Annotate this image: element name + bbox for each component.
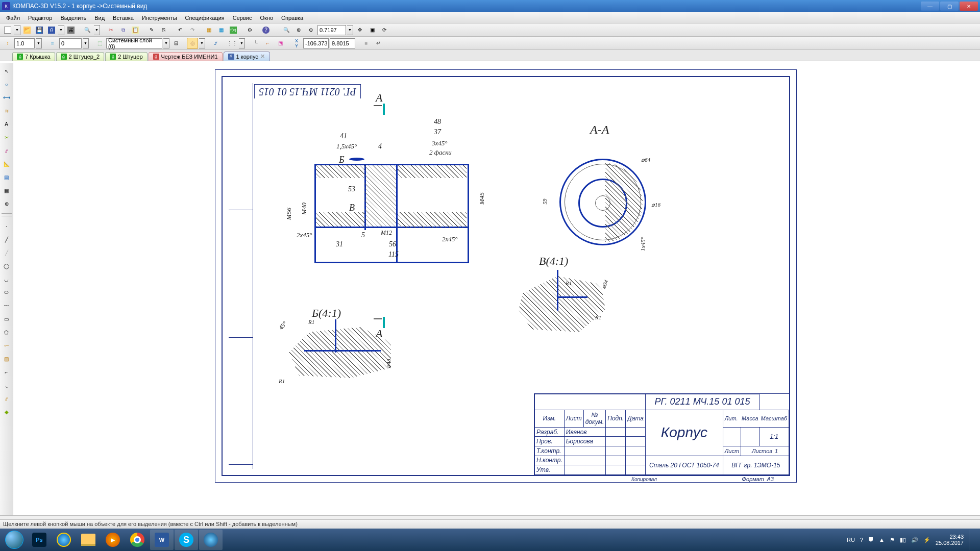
layer-select[interactable]: Системный слой (0)	[106, 38, 162, 48]
text-tool[interactable]: A	[1, 118, 12, 130]
task-explorer[interactable]	[77, 530, 100, 550]
undo-button[interactable]: ↶	[175, 24, 186, 36]
properties-button[interactable]: ✎	[146, 24, 157, 36]
polygon-tool[interactable]: ⬠	[1, 327, 12, 338]
coord-x-input[interactable]	[303, 38, 329, 48]
layer-manage-button[interactable]: ⊟	[170, 38, 182, 49]
stop-button[interactable]: ■	[360, 38, 372, 49]
zoom-dynamic-button[interactable]: ⊕	[293, 24, 304, 36]
tray-up-icon[interactable]: ▲	[879, 537, 885, 543]
task-kompas[interactable]	[199, 530, 223, 550]
menu-editor[interactable]: Редактор	[24, 14, 56, 22]
lcs-button[interactable]: ⬔	[275, 38, 286, 49]
step-dropdown[interactable]: ▼	[36, 38, 42, 48]
menu-file[interactable]: Файл	[2, 14, 24, 22]
task-ie[interactable]	[52, 530, 76, 550]
menu-help[interactable]: Справка	[277, 14, 307, 22]
collect-tool[interactable]: ◆	[1, 406, 12, 417]
hatch-tool[interactable]: ▨	[1, 353, 12, 364]
spec-tool[interactable]: ▤	[1, 171, 12, 183]
pan-button[interactable]: ✥	[354, 24, 365, 36]
menu-spec[interactable]: Спецификация	[181, 14, 229, 22]
end-button[interactable]: ↵	[373, 38, 384, 49]
param-tool[interactable]: ⫽	[1, 145, 12, 156]
task-wmp[interactable]: ▶	[101, 530, 125, 550]
zoom-value-input[interactable]	[317, 25, 346, 35]
style-dropdown[interactable]: ▼	[83, 38, 89, 48]
tab-2shtutser[interactable]: ⎙2 Штуцер	[105, 52, 147, 61]
tray-volume-icon[interactable]: 🔊	[911, 537, 918, 543]
task-word[interactable]: W	[150, 530, 174, 550]
tray-network-icon[interactable]: ▮▯	[900, 537, 906, 543]
start-button[interactable]	[2, 530, 27, 550]
zoom-window-button[interactable]: 🔍	[281, 24, 292, 36]
dimension-tool[interactable]: ⟷	[1, 92, 12, 103]
ellipse-tool[interactable]: ⬭	[1, 287, 12, 298]
show-desktop-button[interactable]	[969, 530, 974, 550]
point-tool[interactable]: ·	[1, 220, 12, 232]
style-input[interactable]	[59, 38, 82, 48]
tray-shield-icon[interactable]: ⛊	[868, 537, 874, 543]
tab-2shtutser2[interactable]: ⎙2 Штуцер_2	[56, 52, 105, 61]
save-all-button[interactable]: ⎙	[46, 24, 57, 36]
tray-clock[interactable]: 23:43 25.08.2017	[936, 534, 964, 546]
drawing-viewport[interactable]: РГ. 0211 МЧ.15 01 015 А А А-А	[13, 63, 980, 515]
tray-lang[interactable]: RU	[847, 537, 855, 543]
select-tool[interactable]: ↖	[1, 65, 12, 77]
snap-toggle-button[interactable]: ◎	[187, 38, 198, 49]
task-skype[interactable]: S	[175, 530, 198, 550]
menu-insert[interactable]: Вставка	[109, 14, 138, 22]
copy-button[interactable]: ⧉	[117, 24, 129, 36]
measure-tool[interactable]: 📐	[1, 158, 12, 169]
paste-button[interactable]: 📋	[130, 24, 141, 36]
zoom-all-button[interactable]: ▣	[366, 24, 378, 36]
redo-button[interactable]: ↷	[187, 24, 198, 36]
layer-icon[interactable]: ⬚	[94, 38, 105, 49]
tab-1korpus[interactable]: ⎙1 корпус✕	[224, 52, 270, 61]
preview-dropdown[interactable]: ▼	[94, 25, 100, 35]
save-button[interactable]: 💾	[34, 24, 45, 36]
whatsthis-button[interactable]: ?	[260, 24, 272, 36]
geometry-tool[interactable]: ○	[1, 79, 12, 90]
tab-close-icon[interactable]: ✕	[260, 53, 265, 60]
refresh-button[interactable]: ⟳	[379, 24, 390, 36]
grid-dropdown[interactable]: ▼	[239, 38, 245, 48]
designation-tool[interactable]: ≋	[1, 105, 12, 116]
round-button[interactable]: ⌐	[262, 38, 274, 49]
open-button[interactable]: 📂	[21, 24, 33, 36]
task-photoshop[interactable]: Ps	[28, 530, 51, 550]
reports-tool[interactable]: ▦	[1, 185, 12, 196]
tray-battery-icon[interactable]: ⚡	[923, 537, 930, 543]
new-button[interactable]	[2, 24, 13, 36]
equidist-tool[interactable]: ⫽	[1, 393, 12, 404]
grid-button[interactable]: ⋮⋮	[227, 38, 238, 49]
contour-tool[interactable]: ⟜	[1, 340, 12, 351]
configurator-button[interactable]: ⚙	[244, 24, 255, 36]
copy-props-button[interactable]: ⎘	[158, 24, 169, 36]
tray-flag-icon[interactable]: ⚑	[890, 537, 895, 543]
cut-button[interactable]: ✂	[105, 24, 116, 36]
ortho-button[interactable]: └	[250, 38, 261, 49]
style-icon[interactable]: ≡	[47, 38, 58, 49]
variables-button[interactable]: f(x)	[228, 24, 239, 36]
snap-dropdown[interactable]: ▼	[199, 38, 205, 48]
tab-noname[interactable]: ⎙Чертеж БЕЗ ИМЕНИ1	[149, 52, 223, 61]
aux-line-tool[interactable]: ╱	[1, 247, 12, 258]
manager-button[interactable]: ▦	[215, 24, 227, 36]
chamfer-tool[interactable]: ⌐	[1, 366, 12, 378]
tab-7kryshka[interactable]: ⎙7 Крышка	[12, 52, 55, 61]
edit-tool[interactable]: ✂	[1, 132, 12, 143]
arc-tool[interactable]: ◡	[1, 273, 12, 285]
menu-service[interactable]: Сервис	[229, 14, 256, 22]
parametric-button[interactable]: ⫽	[210, 38, 222, 49]
coord-y-input[interactable]	[330, 38, 355, 48]
line-tool[interactable]: ╱	[1, 234, 12, 245]
panel-grip[interactable]	[2, 213, 12, 216]
insert-tool[interactable]: ⊕	[1, 198, 12, 209]
library-button[interactable]: ▦	[203, 24, 214, 36]
spline-tool[interactable]: 〰	[1, 300, 12, 311]
menu-select[interactable]: Выделить	[56, 14, 90, 22]
menu-window[interactable]: Окно	[256, 14, 277, 22]
save-dropdown[interactable]: ▼	[58, 25, 64, 35]
preview-button[interactable]: 🔍	[82, 24, 93, 36]
